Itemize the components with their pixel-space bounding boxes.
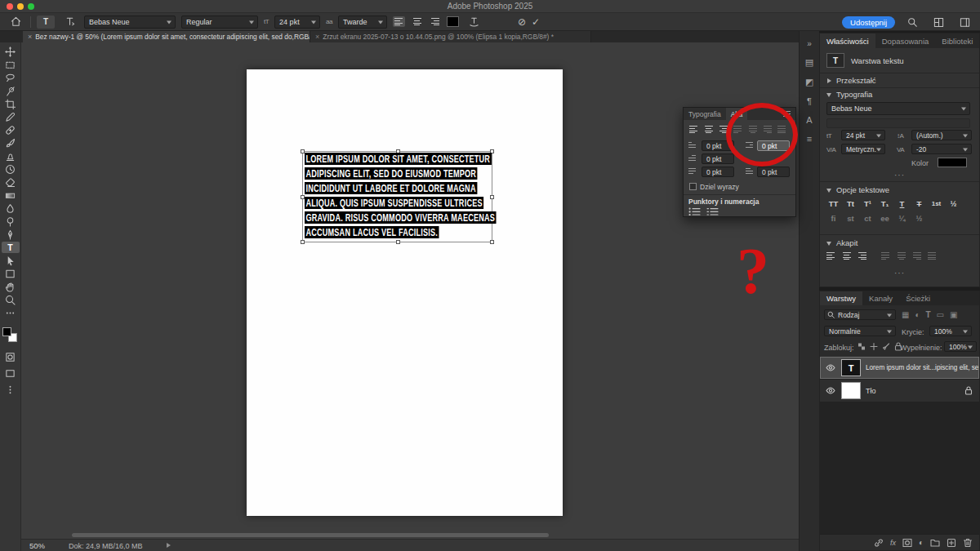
paragraph-panel-icon[interactable]: ¶ bbox=[807, 96, 812, 106]
more-options-button[interactable]: ··· bbox=[820, 171, 979, 180]
toolbar-more-icon[interactable] bbox=[2, 384, 20, 395]
status-menu-arrow[interactable] bbox=[167, 543, 171, 548]
chevron-down-icon[interactable] bbox=[826, 93, 831, 97]
strikethrough-icon[interactable]: T bbox=[911, 198, 928, 209]
filter-shape-layers-icon[interactable]: ▭ bbox=[937, 310, 944, 319]
fill-input[interactable]: 100% bbox=[944, 341, 977, 352]
font-style-select[interactable]: Regular bbox=[181, 16, 258, 29]
space-after-input[interactable]: 0 pkt bbox=[757, 167, 790, 177]
character-panel-icon[interactable]: A bbox=[806, 115, 812, 125]
transform-handle[interactable] bbox=[396, 240, 400, 244]
align-right-button[interactable] bbox=[856, 251, 868, 261]
tool-crop[interactable] bbox=[2, 98, 20, 109]
layer-name[interactable]: Lorem ipsum dolor sit...ipiscing elit, s… bbox=[866, 364, 978, 371]
layer-visibility-toggle[interactable] bbox=[826, 387, 835, 394]
fractions-ot-icon[interactable]: ¼ bbox=[893, 212, 911, 224]
adjustment-layer-icon[interactable]: ◐ bbox=[919, 539, 924, 547]
tab-typography[interactable]: Typografia bbox=[684, 108, 726, 120]
tab-properties[interactable]: Właściwości bbox=[820, 33, 875, 48]
warp-text-icon[interactable] bbox=[465, 16, 483, 28]
font-size-select[interactable]: 24 pkt bbox=[841, 130, 885, 140]
tool-hand[interactable] bbox=[2, 281, 20, 292]
menu-panel-icon[interactable]: ≡ bbox=[807, 134, 812, 144]
align-left-button[interactable] bbox=[393, 16, 405, 27]
filter-type-layers-icon[interactable]: T bbox=[926, 310, 931, 319]
numbered-list-button[interactable] bbox=[706, 207, 719, 216]
underline-icon[interactable]: T bbox=[893, 198, 911, 209]
small-caps-icon[interactable]: Tt bbox=[842, 198, 859, 209]
layer-thumbnail-text[interactable]: T bbox=[841, 359, 861, 376]
align-left-button[interactable] bbox=[688, 124, 700, 135]
expand-panels-icon[interactable]: » bbox=[807, 39, 812, 48]
layer-row-text[interactable]: T Lorem ipsum dolor sit...ipiscing elit,… bbox=[820, 357, 979, 379]
align-center-button[interactable] bbox=[840, 251, 853, 261]
lock-transparency-icon[interactable] bbox=[858, 342, 866, 351]
tool-history-brush[interactable] bbox=[2, 163, 20, 175]
anti-alias-select[interactable]: Twarde bbox=[338, 16, 387, 29]
blend-mode-select[interactable]: Normalnie bbox=[824, 326, 896, 336]
justify-last-left-button[interactable] bbox=[880, 251, 892, 261]
stylistic-alternates-icon[interactable]: ee bbox=[876, 212, 893, 224]
commit-edit-button[interactable]: ✓ bbox=[532, 17, 540, 27]
subscript-icon[interactable]: T₁ bbox=[876, 198, 893, 209]
tool-preset-badge[interactable]: T bbox=[37, 16, 55, 29]
tool-eyedropper[interactable] bbox=[2, 111, 20, 122]
section-text-options[interactable]: Opcje tekstowe bbox=[836, 185, 889, 194]
space-before-input[interactable]: 0 pkt bbox=[702, 167, 734, 177]
lock-position-icon[interactable] bbox=[870, 342, 878, 351]
filter-adjustment-layers-icon[interactable]: ◐ bbox=[915, 310, 920, 319]
layer-filter-select[interactable]: Rodzaj bbox=[824, 309, 896, 320]
tool-pen[interactable] bbox=[2, 229, 20, 240]
align-right-button[interactable] bbox=[429, 16, 441, 27]
contextual-alternates-icon[interactable]: ct bbox=[859, 212, 876, 224]
discretionary-ligatures-icon[interactable]: st bbox=[842, 212, 859, 224]
more-options-button[interactable]: ··· bbox=[820, 269, 979, 278]
zoom-level[interactable]: 50% bbox=[29, 541, 45, 550]
foreground-color-swatch[interactable] bbox=[2, 327, 11, 336]
justify-last-right-button[interactable] bbox=[911, 251, 923, 261]
selected-text-block[interactable]: LOREM IPSUM DOLOR SIT AMET, CONSECTETUR … bbox=[305, 153, 496, 239]
layer-name[interactable]: Tło bbox=[866, 387, 964, 395]
filter-smart-objects-icon[interactable]: ▣ bbox=[950, 310, 957, 319]
slashed-zero-icon[interactable]: ½ bbox=[911, 212, 928, 224]
tool-rectangle[interactable] bbox=[2, 268, 20, 279]
quick-mask-icon[interactable] bbox=[2, 351, 20, 362]
section-paragraph[interactable]: Akapit bbox=[836, 238, 858, 247]
superscript-icon[interactable]: T¹ bbox=[859, 198, 876, 209]
workspace-switcher-icon[interactable] bbox=[929, 16, 947, 28]
tracking-input[interactable]: -20 bbox=[911, 144, 972, 154]
document-tab-active[interactable]: × Bez nazwy-1 @ 50% (Lorem ipsum dolor s… bbox=[23, 31, 310, 42]
align-left-button[interactable] bbox=[825, 251, 837, 261]
new-group-icon[interactable] bbox=[930, 538, 940, 548]
layer-effects-icon[interactable]: fx bbox=[890, 539, 896, 547]
ligatures-icon[interactable]: fi bbox=[825, 212, 842, 224]
tab-adjustments[interactable]: Dopasowania bbox=[875, 33, 936, 48]
section-typography[interactable]: Typografia bbox=[836, 90, 872, 99]
share-button[interactable]: Udostępnij bbox=[842, 16, 895, 29]
lock-pixels-icon[interactable] bbox=[882, 342, 890, 351]
screen-mode-icon[interactable] bbox=[2, 367, 20, 379]
opacity-input[interactable]: 100% bbox=[929, 326, 972, 336]
all-caps-icon[interactable]: TT bbox=[825, 198, 842, 209]
tool-zoom[interactable] bbox=[2, 294, 20, 305]
layer-thumbnail-background[interactable] bbox=[841, 382, 861, 399]
justify-all-button[interactable] bbox=[926, 251, 938, 261]
tool-type[interactable]: T bbox=[2, 242, 20, 253]
tool-eraser[interactable] bbox=[2, 176, 20, 188]
horizontal-scrollbar[interactable] bbox=[72, 533, 549, 537]
kerning-select[interactable]: Metryczn. bbox=[841, 144, 885, 154]
chevron-down-icon[interactable] bbox=[826, 242, 831, 246]
transform-handle[interactable] bbox=[301, 240, 305, 244]
chevron-right-icon[interactable] bbox=[827, 78, 831, 83]
tab-layers[interactable]: Warstwy bbox=[820, 291, 862, 305]
tool-clone-stamp[interactable] bbox=[2, 150, 20, 162]
search-icon[interactable] bbox=[903, 16, 921, 28]
tab-libraries[interactable]: Biblioteki bbox=[935, 33, 979, 48]
font-size-select[interactable]: 24 pkt bbox=[274, 16, 320, 29]
chevron-down-icon[interactable] bbox=[826, 189, 831, 193]
hyphenate-checkbox[interactable] bbox=[689, 183, 697, 190]
align-center-button[interactable] bbox=[411, 16, 423, 27]
font-family-select[interactable]: Bebas Neue bbox=[84, 16, 176, 29]
font-family-select[interactable]: Bebas Neue bbox=[826, 102, 970, 115]
filter-pixel-layers-icon[interactable]: ▦ bbox=[902, 310, 909, 319]
